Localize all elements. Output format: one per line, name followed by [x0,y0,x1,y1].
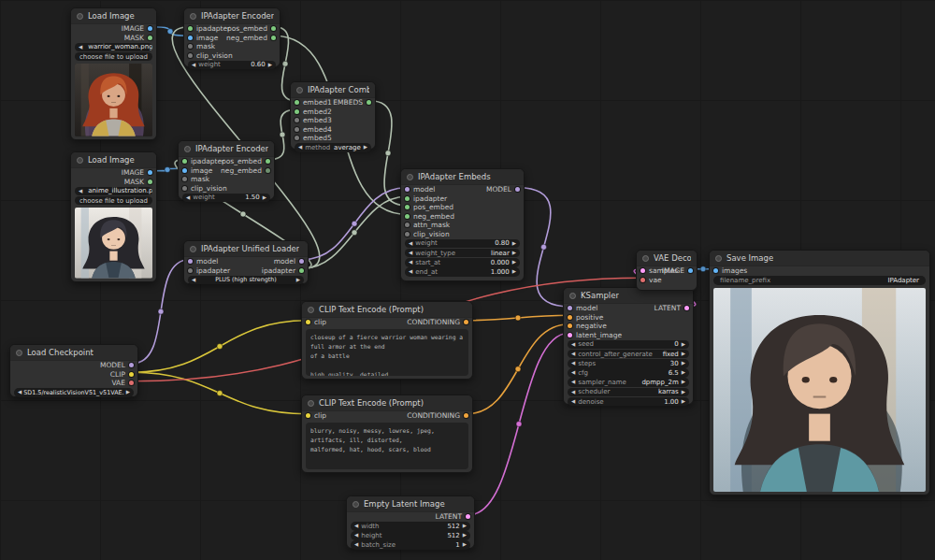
node-ipadapter_combine_embeds[interactable]: IPAdapter Combine Embedsembed1EMBEDSembe… [290,81,376,150]
increment-icon[interactable]: ▶ [364,143,367,152]
input-slot-mask[interactable] [182,177,187,181]
decrement-icon[interactable]: ◀ [571,368,575,378]
input-slot-latent_image[interactable] [568,333,572,337]
increment-icon[interactable]: ▶ [682,378,685,387]
output-slot-CLIP[interactable] [129,372,134,377]
output-slot-neg_embed[interactable] [266,168,270,173]
decrement-icon[interactable]: ◀ [571,397,575,407]
collapse-icon[interactable] [190,246,196,252]
node-graph-canvas[interactable]: Load ImageIMAGEMASK◀imagewarrior_woman.p… [0,0,935,560]
decrement-icon[interactable]: ◀ [409,267,412,277]
upload-button[interactable]: choose file to upload [75,196,152,206]
input-slot-model[interactable] [405,187,410,192]
node-header-ipadapter_encoder_1[interactable]: IPAdapter Encoder [184,8,280,24]
node-ksampler[interactable]: KSamplermodelLATENTpositivenegativelaten… [563,287,694,405]
node-ipadapter_unified_loader[interactable]: IPAdapter Unified Loadermodelmodelipadap… [183,240,309,284]
output-slot-pos_embed[interactable] [266,159,270,164]
input-slot-clip_vision[interactable] [188,53,193,58]
output-slot-VAE[interactable] [129,381,134,385]
decrement-icon[interactable]: ◀ [409,258,412,267]
output-slot-model[interactable] [299,259,304,264]
widget-control_after_generate[interactable]: ◀control_after_generatefixed▶ [568,350,689,359]
node-header-load_image_1[interactable]: Load Image [71,8,156,24]
node-ipadapter_encoder_1[interactable]: IPAdapter Encoderipadapterpos_embedimage… [183,7,280,67]
decrement-icon[interactable]: ◀ [571,378,575,387]
input-slot-image[interactable] [188,36,193,40]
input-slot-clip_vision[interactable] [405,232,410,237]
widget-method[interactable]: ◀methodaverage▶ [295,143,371,152]
input-slot-embed3[interactable] [295,118,299,122]
output-slot-ipadapter[interactable] [299,268,304,273]
widget-preset[interactable]: ◀PLUS (high strength)▶ [188,276,304,285]
input-slot-positive[interactable] [568,315,572,320]
input-slot-ipadapter[interactable] [188,26,193,31]
widget-scheduler[interactable]: ◀schedulerkarras▶ [568,388,689,397]
decrement-icon[interactable]: ◀ [79,187,82,196]
output-slot-MASK[interactable] [148,179,152,184]
input-slot-embed5[interactable] [295,136,299,140]
input-slot-embed4[interactable] [295,127,299,132]
collapse-icon[interactable] [407,174,413,180]
collapse-icon[interactable] [184,146,191,152]
input-slot-mask[interactable] [188,44,193,49]
collapse-icon[interactable] [16,350,22,356]
node-clip_text_encode_positive[interactable]: CLIP Text Encode (Prompt)clipCONDITIONIN… [301,301,473,380]
input-slot-clip[interactable] [306,320,310,324]
widget-denoise[interactable]: ◀denoise1.00▶ [568,397,689,407]
input-slot-neg_embed[interactable] [405,214,410,219]
widget-end_at[interactable]: ◀end_at1.000▶ [405,267,520,277]
node-header-clip_text_encode_negative[interactable]: CLIP Text Encode (Prompt) [302,395,472,411]
prompt-textarea[interactable]: closeup of a fierce warrior woman wearin… [306,329,468,377]
output-slot-neg_embed[interactable] [271,36,276,40]
node-ipadapter_embeds[interactable]: IPAdapter EmbedsmodelMODELipadapterpos_e… [400,168,525,281]
input-slot-image[interactable] [182,168,187,173]
node-clip_text_encode_negative[interactable]: CLIP Text Encode (Prompt)clipCONDITIONIN… [301,395,473,473]
widget-steps[interactable]: ◀steps30▶ [568,359,689,368]
increment-icon[interactable]: ▶ [512,239,516,249]
node-load_checkpoint[interactable]: Load CheckpointMODELCLIPVAE◀SD1.5/realis… [9,344,138,397]
collapse-icon[interactable] [642,255,649,262]
input-slot-attn_mask[interactable] [405,223,410,227]
input-slot-ipadapter[interactable] [188,268,193,273]
next-option-icon[interactable]: ▶ [296,276,300,285]
decrement-icon[interactable]: ◀ [186,194,190,203]
input-slot-ipadapter[interactable] [182,159,187,164]
next-option-icon[interactable]: ▶ [126,388,130,397]
decrement-icon[interactable]: ◀ [571,388,575,397]
prev-option-icon[interactable]: ◀ [18,388,22,397]
output-slot-pos_embed[interactable] [271,26,276,31]
input-slot-model[interactable] [188,259,193,264]
increment-icon[interactable]: ▶ [512,267,516,277]
increment-icon[interactable]: ▶ [463,522,467,531]
node-header-ipadapter_encoder_2[interactable]: IPAdapter Encoder [179,141,274,157]
node-load_image_1[interactable]: Load ImageIMAGEMASK◀imagewarrior_woman.p… [70,7,157,140]
decrement-icon[interactable]: ◀ [354,522,358,531]
input-slot-negative[interactable] [568,323,572,328]
decrement-icon[interactable]: ◀ [354,531,358,540]
output-slot-CONDITIONING[interactable] [464,320,468,324]
widget-image[interactable]: ◀imageanime_illustration.png▶ [75,187,152,196]
decrement-icon[interactable]: ◀ [571,350,575,359]
widget-weight[interactable]: ◀weight0.60▶ [188,61,276,70]
output-slot-EMBEDS[interactable] [367,100,371,105]
collapse-icon[interactable] [77,157,83,164]
node-empty_latent_image[interactable]: Empty Latent ImageLATENT◀width512▶◀heigh… [346,495,475,549]
decrement-icon[interactable]: ◀ [409,239,412,249]
increment-icon[interactable]: ▶ [512,249,516,258]
collapse-icon[interactable] [715,255,722,262]
output-slot-IMAGE[interactable] [148,170,152,175]
node-load_image_2[interactable]: Load ImageIMAGEMASK◀imageanime_illustrat… [70,151,157,282]
input-slot-clip[interactable] [306,413,310,418]
node-vae_decode[interactable]: VAE DecodesamplesIMAGEvae [636,250,698,291]
node-save_image[interactable]: Save Imageimagesfilename_prefixIPAdapter [709,250,930,495]
node-header-load_image_2[interactable]: Load Image [71,152,156,168]
node-header-load_checkpoint[interactable]: Load Checkpoint [10,345,137,361]
decrement-icon[interactable]: ◀ [571,340,575,350]
widget-image[interactable]: ◀imagewarrior_woman.png▶ [75,43,152,52]
output-slot-MODEL[interactable] [129,363,134,367]
collapse-icon[interactable] [308,400,314,407]
decrement-icon[interactable]: ◀ [409,249,412,258]
decrement-icon[interactable]: ◀ [298,143,302,152]
input-slot-embed1[interactable] [295,100,299,105]
widget-width[interactable]: ◀width512▶ [351,522,470,531]
